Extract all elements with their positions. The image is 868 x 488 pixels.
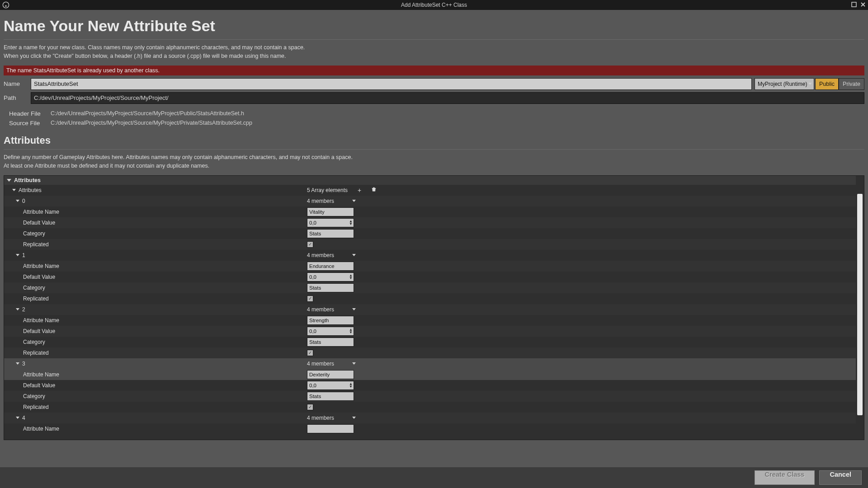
error-banner: The name StatsAttributeSet is already us… xyxy=(4,66,864,75)
expand-arrow-icon[interactable] xyxy=(16,417,19,419)
private-toggle[interactable]: Private xyxy=(839,78,864,90)
property-row: Attribute Name xyxy=(4,423,856,434)
array-summary: 5 Array elements xyxy=(307,187,348,193)
attribute-name-input[interactable] xyxy=(307,316,354,325)
field-label: Attribute Name xyxy=(23,209,59,215)
scrollbar-thumb[interactable] xyxy=(857,194,863,415)
header-file-path: C:/dev/UnrealProjects/MyProject/Source/M… xyxy=(51,110,244,117)
field-label: Default Value xyxy=(23,328,55,334)
spinbox-arrows-icon[interactable]: ▲▼ xyxy=(349,274,353,280)
category-label: Attributes xyxy=(14,177,41,183)
default-value-input[interactable]: 0,0 ▲▼ xyxy=(307,327,354,336)
expand-arrow-icon[interactable] xyxy=(16,362,19,365)
field-label: Replicated xyxy=(23,241,49,248)
attribute-name-input[interactable] xyxy=(307,370,354,379)
array-index-label: 0 xyxy=(22,198,25,204)
module-dropdown[interactable]: MyProject (Runtime) xyxy=(755,78,814,90)
divider xyxy=(4,149,864,150)
module-selected: MyProject (Runtime) xyxy=(758,81,807,87)
dialog-content: Name Your New Attribute Set Enter a name… xyxy=(0,10,868,488)
array-label: Attributes xyxy=(19,187,42,193)
category-input[interactable] xyxy=(307,338,354,347)
maximize-button[interactable] xyxy=(850,0,858,9)
field-label: Category xyxy=(23,339,45,345)
value-text: 0,0 xyxy=(309,220,316,225)
default-value-input[interactable]: 0,0 ▲▼ xyxy=(307,272,354,282)
expand-arrow-icon[interactable] xyxy=(12,189,16,191)
members-count: 4 members xyxy=(307,198,334,204)
attributes-heading: Attributes xyxy=(4,135,864,146)
default-value-input[interactable]: 0,0 ▲▼ xyxy=(307,218,354,227)
close-button[interactable] xyxy=(859,0,867,9)
struct-members-dropdown[interactable]: 4 members xyxy=(307,198,356,204)
field-label: Default Value xyxy=(23,382,55,389)
struct-members-dropdown[interactable]: 4 members xyxy=(307,252,356,258)
category-input[interactable] xyxy=(307,283,354,292)
name-label: Name xyxy=(4,80,31,87)
struct-members-dropdown[interactable]: 4 members xyxy=(307,361,356,367)
attributes-details-panel: Attributes Attributes 5 Array elements +… xyxy=(4,175,864,440)
cancel-button[interactable]: Cancel xyxy=(819,470,862,485)
property-row: Attribute Name xyxy=(4,369,856,380)
create-class-button[interactable]: Create Class xyxy=(755,470,815,485)
chevron-down-icon xyxy=(352,308,356,310)
expand-arrow-icon[interactable] xyxy=(16,308,19,310)
members-count: 4 members xyxy=(307,252,334,258)
property-row: 0 4 members xyxy=(4,196,856,206)
replicated-checkbox[interactable]: ✓ xyxy=(307,241,313,248)
property-row: 2 4 members xyxy=(4,304,856,315)
default-value-input[interactable]: 0,0 ▲▼ xyxy=(307,381,354,390)
members-count: 4 members xyxy=(307,306,334,313)
value-text: 0,0 xyxy=(309,328,316,334)
property-row: Attribute Name xyxy=(4,206,856,217)
field-label: Replicated xyxy=(23,296,49,302)
help-line: Define any number of Gameplay Attributes… xyxy=(4,153,864,162)
struct-members-dropdown[interactable]: 4 members xyxy=(307,306,356,313)
category-input[interactable] xyxy=(307,392,354,401)
property-row: Replicated✓ xyxy=(4,402,856,413)
clear-array-icon[interactable] xyxy=(371,187,377,193)
attribute-name-input[interactable] xyxy=(307,207,354,216)
property-row: Default Value 0,0 ▲▼ xyxy=(4,217,856,228)
spinbox-arrows-icon[interactable]: ▲▼ xyxy=(349,328,353,334)
replicated-checkbox[interactable]: ✓ xyxy=(307,296,313,302)
members-count: 4 members xyxy=(307,415,334,421)
struct-members-dropdown[interactable]: 4 members xyxy=(307,415,356,421)
source-file-row: Source File C:/dev/UnrealProjects/MyProj… xyxy=(9,120,864,127)
members-count: 4 members xyxy=(307,361,334,367)
chevron-down-icon xyxy=(352,417,356,419)
public-toggle[interactable]: Public xyxy=(815,78,839,90)
header-file-label: Header File xyxy=(9,110,51,117)
replicated-checkbox[interactable]: ✓ xyxy=(307,404,313,410)
property-row: Category xyxy=(4,391,856,402)
field-label: Default Value xyxy=(23,220,55,226)
array-index-label: 3 xyxy=(22,361,25,367)
property-row: Default Value 0,0 ▲▼ xyxy=(4,272,856,282)
attribute-name-input[interactable] xyxy=(307,262,354,271)
field-label: Attribute Name xyxy=(23,263,59,269)
expand-arrow-icon[interactable] xyxy=(16,200,19,202)
divider xyxy=(4,39,864,40)
array-index-label: 4 xyxy=(22,415,25,421)
spinbox-arrows-icon[interactable]: ▲▼ xyxy=(349,383,353,388)
field-label: Replicated xyxy=(23,404,49,410)
property-row: 1 4 members xyxy=(4,250,856,261)
category-header[interactable]: Attributes xyxy=(4,176,856,185)
replicated-checkbox[interactable]: ✓ xyxy=(307,350,313,356)
expand-arrow-icon[interactable] xyxy=(16,254,19,256)
class-name-input[interactable] xyxy=(31,78,752,90)
help-line: Enter a name for your new class. Class n… xyxy=(4,43,864,52)
chevron-down-icon xyxy=(352,200,356,202)
expand-arrow-icon xyxy=(7,179,11,182)
bottom-bar: Create Class Cancel xyxy=(0,467,868,488)
title-bar: Add AttributeSet C++ Class xyxy=(0,0,868,10)
field-label: Category xyxy=(23,230,45,237)
category-input[interactable] xyxy=(307,229,354,238)
scrollbar[interactable] xyxy=(856,176,864,440)
property-row: Default Value 0,0 ▲▼ xyxy=(4,326,856,337)
field-label: Attribute Name xyxy=(23,371,59,378)
spinbox-arrows-icon[interactable]: ▲▼ xyxy=(349,220,353,225)
attribute-name-input[interactable] xyxy=(307,424,354,433)
add-element-icon[interactable]: + xyxy=(358,187,361,194)
path-input[interactable] xyxy=(31,92,864,104)
